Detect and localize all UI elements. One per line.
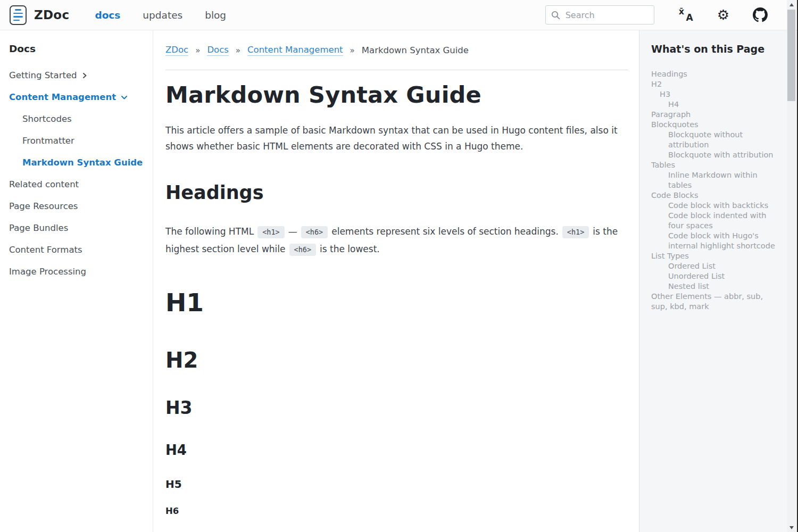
sidebar-item-getting-started[interactable]: Getting Started	[9, 70, 145, 80]
breadcrumb: ZDoc » Docs » Content Management » Markd…	[165, 45, 628, 56]
logo-line	[13, 16, 23, 18]
header-icons: ⚙	[679, 7, 768, 22]
logo-line	[13, 20, 20, 21]
search-input[interactable]	[566, 10, 645, 20]
toc-item-h2[interactable]: H2	[651, 79, 782, 89]
sidebar-item-label: Page Bundles	[9, 223, 68, 233]
toc-item-other-elements[interactable]: Other Elements — abbr, sub, sup, kbd, ma…	[651, 292, 782, 312]
section-heading-headings: Headings	[165, 181, 628, 204]
app-logo-icon[interactable]	[10, 5, 27, 25]
scrollbar[interactable]	[787, 0, 796, 532]
toc-item-code-block-indented[interactable]: Code block indented with four spaces	[651, 211, 782, 231]
toc-item-unordered-list[interactable]: Unordered List	[651, 271, 782, 281]
breadcrumb-link-docs[interactable]: Docs	[207, 45, 228, 56]
sample-heading-h6: H6	[165, 506, 628, 517]
scroll-down-arrow-icon[interactable]	[787, 523, 796, 532]
nav-item-updates[interactable]: updates	[143, 10, 182, 21]
logo-line	[13, 13, 23, 14]
sidebar-item-content-formats[interactable]: Content Formats	[9, 245, 145, 255]
breadcrumb-separator: »	[350, 46, 355, 55]
inline-code-h1: <h1>	[257, 226, 285, 238]
note-text: —	[288, 226, 297, 237]
toc-item-headings[interactable]: Headings	[651, 69, 782, 79]
sidebar-item-label: Getting Started	[9, 70, 77, 80]
settings-gear-icon[interactable]: ⚙	[717, 8, 729, 22]
brand-title[interactable]: ZDoc	[34, 8, 69, 22]
sidebar: Docs Getting Started Content Management …	[0, 30, 153, 532]
sidebar-item-label: Image Processing	[9, 267, 86, 277]
logo-line	[15, 9, 21, 11]
sidebar-item-page-bundles[interactable]: Page Bundles	[9, 223, 145, 233]
sidebar-item-label: Page Resources	[9, 201, 78, 211]
sidebar-item-shortcodes[interactable]: Shortcodes	[22, 114, 145, 124]
breadcrumb-divider	[165, 70, 628, 70]
breadcrumb-separator: »	[236, 46, 240, 55]
inline-code-h1: <h1>	[562, 226, 589, 238]
toc-item-code-block-highlight-shortcode[interactable]: Code block with Hugo's internal highligh…	[651, 231, 782, 251]
translate-icon[interactable]	[679, 8, 694, 22]
scroll-up-arrow-icon[interactable]	[787, 0, 796, 9]
github-icon[interactable]	[753, 7, 768, 22]
sidebar-item-content-management[interactable]: Content Management	[9, 92, 145, 102]
toc-item-blockquotes[interactable]: Blockquotes	[651, 120, 782, 130]
nav-item-blog[interactable]: blog	[205, 10, 226, 21]
sidebar-item-page-resources[interactable]: Page Resources	[9, 201, 145, 211]
note-text: The following HTML	[165, 226, 254, 237]
headings-note-paragraph: The following HTML<h1>—<h6>elements repr…	[165, 223, 619, 258]
inline-code-h6: <h6>	[301, 226, 328, 238]
breadcrumb-separator: »	[195, 46, 200, 55]
scrollbar-thumb[interactable]	[787, 10, 795, 101]
content-row: Docs Getting Started Content Management …	[0, 30, 797, 532]
page: ZDoc docs updates blog ⚙ Docs Getting	[0, 0, 798, 532]
toc-item-tables[interactable]: Tables	[651, 160, 782, 170]
search-icon	[551, 11, 560, 20]
sidebar-item-related-content[interactable]: Related content	[9, 179, 145, 189]
header: ZDoc docs updates blog ⚙	[0, 0, 797, 30]
toc-item-blockquote-without-attribution[interactable]: Blockquote without attribution	[651, 130, 782, 150]
sidebar-item-label: Content Formats	[9, 245, 82, 255]
sidebar-item-label: Shortcodes	[22, 114, 72, 124]
toc-item-nested-list[interactable]: Nested list	[651, 281, 782, 292]
sample-heading-h3: H3	[165, 398, 628, 418]
toc-panel: What's on this Page Headings H2 H3 H4 Pa…	[639, 30, 797, 532]
toc-item-ordered-list[interactable]: Ordered List	[651, 261, 782, 271]
intro-paragraph: This article offers a sample of basic Ma…	[165, 122, 619, 154]
breadcrumb-current: Markdown Syntax Guide	[362, 45, 469, 55]
sidebar-item-markdown-syntax-guide[interactable]: Markdown Syntax Guide	[22, 157, 145, 168]
toc-item-h4[interactable]: H4	[651, 99, 782, 110]
toc-item-code-block-with-backticks[interactable]: Code block with backticks	[651, 201, 782, 211]
toc-title: What's on this Page	[651, 43, 784, 55]
page-title: Markdown Syntax Guide	[165, 82, 628, 108]
chevron-right-icon	[82, 72, 87, 79]
top-nav: docs updates blog	[95, 10, 226, 21]
note-text: is the lowest.	[320, 244, 380, 254]
breadcrumb-link-content-management[interactable]: Content Management	[247, 45, 343, 56]
toc-item-code-blocks[interactable]: Code Blocks	[651, 190, 782, 201]
sidebar-item-frontmatter[interactable]: Frontmatter	[22, 136, 145, 146]
toc-item-blockquote-with-attribution[interactable]: Blockquote with attribution	[651, 150, 782, 160]
toc-item-list-types[interactable]: List Types	[651, 251, 782, 261]
sample-heading-h5: H5	[165, 478, 628, 491]
inline-code-h6: <h6>	[289, 244, 317, 256]
sidebar-item-label: Markdown Syntax Guide	[22, 157, 143, 168]
sample-heading-h2: H2	[165, 348, 628, 372]
search-box[interactable]	[545, 5, 654, 24]
toc-item-inline-markdown-within-tables[interactable]: Inline Markdown within tables	[651, 170, 782, 190]
note-text: elements represent six levels of section…	[331, 226, 559, 237]
sidebar-item-label: Related content	[9, 179, 79, 189]
main-content: ZDoc » Docs » Content Management » Markd…	[153, 30, 639, 532]
sample-heading-h1: H1	[165, 288, 628, 317]
toc-item-h3[interactable]: H3	[651, 89, 782, 99]
sidebar-title: Docs	[9, 43, 145, 54]
toc-list: Headings H2 H3 H4 Paragraph Blockquotes …	[651, 69, 782, 312]
sample-heading-h4: H4	[165, 443, 628, 459]
sidebar-item-label: Content Management	[9, 92, 116, 102]
toc-item-paragraph[interactable]: Paragraph	[651, 110, 782, 120]
nav-item-docs[interactable]: docs	[95, 10, 120, 21]
sidebar-item-label: Frontmatter	[22, 136, 74, 146]
chevron-down-icon	[121, 95, 128, 100]
breadcrumb-link-zdoc[interactable]: ZDoc	[165, 45, 188, 56]
sidebar-item-image-processing[interactable]: Image Processing	[9, 267, 145, 277]
